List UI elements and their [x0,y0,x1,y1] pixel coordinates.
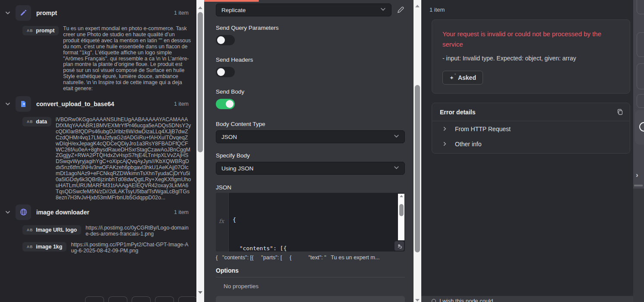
schema-field-value: Tu es un expert mondial en photo e-comme… [63,26,191,92]
string-type-badge: AB [27,245,33,249]
send-body-toggle[interactable] [216,99,235,109]
send-headers-label: Send Headers [216,57,405,63]
error-details-row-from-http-request[interactable]: From HTTP Request [432,121,630,136]
input-panel-scrollbar[interactable] [196,0,204,302]
schema-section-header-prompt[interactable]: prompt 1 item [0,5,196,21]
editor-code[interactable]: { "contents": [{ "parts": [ { "text": {{… [229,193,398,252]
parameters-panel: Replicate Send Query Parameters Send Hea… [204,0,414,302]
scrollbar-thumb[interactable] [415,85,420,252]
clipped-schema-pills [85,296,196,302]
accent-progress-line [204,0,259,2]
parameters-panel-scrollbar[interactable] [414,0,421,302]
schema-key-pill[interactable]: AB Image URL logo [22,225,81,235]
node-feedback-link[interactable]: I wish this node could ... [432,298,499,302]
error-details-title: Error details [440,109,475,116]
body-content-type-select[interactable]: JSON [216,130,405,143]
string-type-badge: AB [27,120,33,124]
schema-field-value: iVBORw0KGgoAAAANSUhEUgAABAAAAAYACAMAAADf… [56,117,191,201]
expand-editor-button[interactable] [395,241,404,251]
chevron-down-icon[interactable] [4,9,11,16]
copy-icon[interactable] [616,108,624,116]
error-details-row-other-info[interactable]: Other info [432,136,630,151]
chevron-down-icon [394,164,399,172]
error-details-card: Error details From HTTP Request Other in… [432,103,630,154]
item-count: 1 item [174,209,196,215]
pencil-node-icon [16,5,31,21]
error-title: Your request is invalid or could not be … [442,29,619,50]
globe-node-icon [16,204,31,220]
schema-section-title: convert_upload_to_base64 [36,101,114,107]
error-detail-message: - input: Invalid type. Expected: object,… [442,55,619,62]
chevron-down-icon [394,133,399,141]
send-headers-toggle[interactable] [216,67,235,77]
add-option-button[interactable]: Add option [216,296,405,302]
credential-select[interactable]: Replicate [216,3,391,16]
canvas-edge-strip: › [633,0,644,302]
scroll-up-arrow[interactable] [196,4,204,11]
clipped-micro-label [634,185,643,186]
scroll-down-arrow[interactable] [414,297,421,302]
expression-result-preview: { "contents": [{ "parts": [ { "text": " … [216,254,405,261]
item-count: 1 item [174,101,196,107]
schema-section-title: image downloader [36,209,89,216]
scroll-down-arrow[interactable] [196,289,204,296]
scrollbar-thumb[interactable] [399,204,404,216]
options-section-label: Options [216,267,405,274]
edit-credential-icon[interactable] [395,5,405,15]
schema-key-pill[interactable]: AB image 1kg [22,242,66,252]
chevron-down-icon[interactable] [4,101,11,107]
specify-body-select[interactable]: Using JSON [216,162,405,175]
chevron-right-icon: › [636,171,638,179]
clipped-panel-outline [637,63,644,89]
editor-gutter: fx [216,193,229,252]
input-panel: prompt 1 item AB prompt Tu es un expert … [0,0,196,302]
json-code-editor[interactable]: fx { "contents": [{ "parts": [ { "text":… [216,193,405,252]
schema-field-value: https://i.postimg.cc/PP1mPyt2/Chat-GPT-I… [71,242,191,254]
item-count: 1 item [174,10,196,16]
error-message-card: Your request is invalid or could not be … [432,19,630,94]
schema-section-header-convert[interactable]: convert_upload_to_base64 1 item [0,96,196,112]
chevron-down-icon[interactable] [4,209,11,216]
schema-field-row: AB prompt Tu es un expert mondial en pho… [0,26,196,92]
output-item-count: 1 item [429,6,445,13]
no-properties-text: No properties [224,283,405,289]
schema-section-title: prompt [36,9,57,16]
clipped-panel-outline [637,0,644,14]
chevron-down-icon [380,6,386,14]
specify-body-label: Specify Body [216,152,405,159]
chevron-right-icon [442,142,447,146]
sparkle-icon: ✦ [449,75,454,81]
schema-field-value: https://i.postimg.cc/0yCGRtBy/Logo-domai… [85,225,191,237]
clipped-node-card [635,110,644,145]
body-content-type-label: Body Content Type [216,121,405,127]
scroll-up-arrow[interactable] [414,3,421,9]
output-panel: 1 item Your request is invalid or could … [421,0,633,296]
editor-scrollbar[interactable] [398,194,404,240]
send-query-parameters-label: Send Query Parameters [216,25,405,31]
schema-field-row: AB data iVBORw0KGgoAAAANSUhEUgAABAAAAAYA… [0,117,196,201]
send-query-parameters-toggle[interactable] [216,35,235,45]
clipped-panel-outline [637,32,644,57]
scrollbar-thumb[interactable] [198,12,203,152]
schema-section-header-image-downloader[interactable]: image downloader 1 item [0,204,196,220]
string-type-badge: AB [27,28,33,33]
fx-expression-icon: fx [219,218,224,224]
node-logo-icon [639,122,644,132]
string-type-badge: AB [27,228,33,232]
chevron-right-icon [442,126,447,131]
lightbulb-icon [432,299,436,302]
schema-key-pill[interactable]: AB data [22,117,51,126]
send-body-label: Send Body [216,88,405,95]
ai-asked-button[interactable]: ✦ Asked [442,71,483,85]
schema-key-pill[interactable]: AB prompt [22,26,59,35]
node-details-view: prompt 1 item AB prompt Tu es un expert … [0,0,644,302]
clipped-panel-outline [637,94,644,108]
divider [216,277,405,277]
ndv-footer: I wish this node could ... [421,296,633,302]
file-node-icon [16,96,31,112]
json-field-label: JSON [216,184,405,191]
schema-field-row: AB image 1kg https://i.postimg.cc/PP1mPy… [0,242,196,254]
schema-field-row: AB Image URL logo https://i.postimg.cc/0… [0,225,196,237]
